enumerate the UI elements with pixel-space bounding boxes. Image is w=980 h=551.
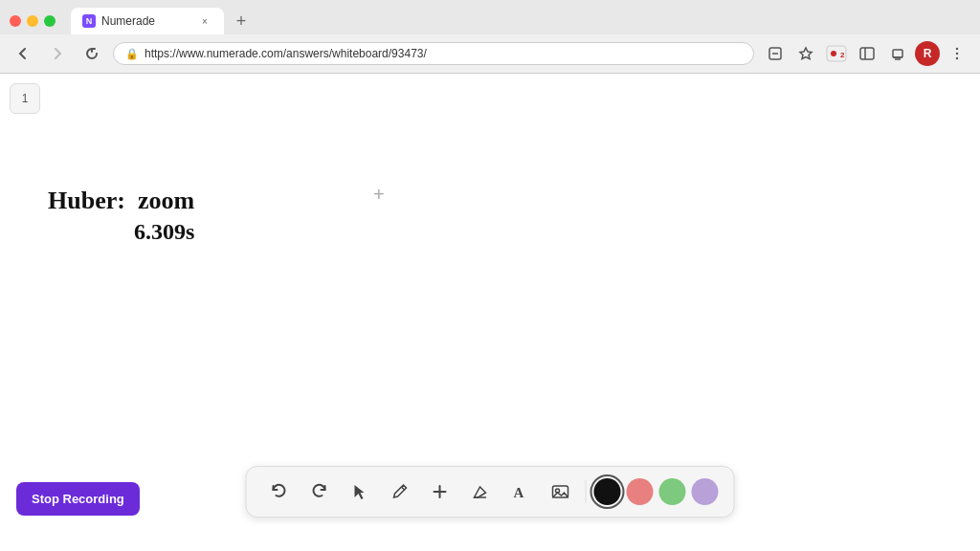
- menu-button[interactable]: [944, 40, 970, 67]
- canvas-add-icon[interactable]: +: [373, 184, 385, 206]
- address-bar[interactable]: 🔒 https://www.numerade.com/answers/white…: [113, 42, 754, 65]
- title-bar: N Numerade × +: [0, 0, 980, 34]
- tab-favicon: N: [82, 14, 96, 28]
- tabs-bar: N Numerade × +: [71, 8, 255, 34]
- tab-title: Numerade: [101, 14, 155, 28]
- maximize-window-button[interactable]: [44, 15, 56, 27]
- forward-button[interactable]: [44, 40, 71, 67]
- color-black-button[interactable]: [594, 478, 621, 505]
- svg-rect-6: [860, 48, 874, 59]
- star-button[interactable]: [792, 40, 819, 67]
- color-green-button[interactable]: [659, 478, 686, 505]
- active-tab[interactable]: N Numerade ×: [71, 8, 224, 34]
- cast-button[interactable]: [884, 40, 911, 67]
- color-lavender-button[interactable]: [692, 478, 719, 505]
- browser-chrome: N Numerade × + 🔒 https://www.numerade.: [0, 0, 980, 74]
- svg-point-11: [956, 48, 958, 50]
- undo-button[interactable]: [262, 474, 297, 509]
- sidebar-button[interactable]: [854, 40, 880, 67]
- profile-button[interactable]: R: [915, 41, 940, 66]
- bookmark-icon-button[interactable]: [762, 40, 789, 67]
- svg-rect-8: [893, 50, 902, 57]
- minimize-window-button[interactable]: [27, 15, 38, 27]
- drawing-toolbar: A: [246, 466, 735, 518]
- refresh-button[interactable]: [78, 40, 105, 67]
- text-tool-button[interactable]: A: [503, 474, 538, 509]
- handwriting-line1: Huber: zoom: [48, 187, 194, 215]
- svg-text:A: A: [514, 485, 524, 500]
- select-tool-button[interactable]: [343, 474, 377, 509]
- stop-recording-button[interactable]: Stop Recording: [16, 482, 140, 516]
- handwriting-line2: 6.309s: [48, 219, 194, 245]
- nav-bar: 🔒 https://www.numerade.com/answers/white…: [0, 34, 980, 73]
- svg-line-15: [402, 487, 405, 490]
- page-number-badge[interactable]: 1: [10, 83, 40, 114]
- toolbar-separator: [586, 480, 587, 503]
- svg-marker-14: [355, 485, 365, 499]
- svg-point-12: [956, 53, 958, 55]
- tab-close-button[interactable]: ×: [197, 13, 212, 29]
- eraser-tool-button[interactable]: [463, 474, 498, 509]
- pen-tool-button[interactable]: [383, 474, 417, 509]
- page-number: 1: [22, 92, 29, 105]
- color-salmon-button[interactable]: [627, 478, 654, 505]
- add-tool-button[interactable]: [423, 474, 457, 509]
- handwritten-content: Huber: zoom 6.309s: [48, 187, 194, 245]
- svg-marker-2: [800, 48, 812, 59]
- new-tab-button[interactable]: +: [228, 8, 255, 34]
- whiteboard-canvas[interactable]: 1 + Huber: zoom 6.309s Stop Recording: [0, 74, 980, 537]
- image-tool-button[interactable]: [544, 474, 578, 509]
- svg-point-13: [956, 57, 958, 59]
- nav-actions: 2 R: [762, 40, 970, 67]
- lock-icon: 🔒: [125, 48, 139, 60]
- window-controls: [10, 15, 56, 27]
- close-window-button[interactable]: [10, 15, 21, 27]
- redo-button[interactable]: [302, 474, 337, 509]
- svg-point-4: [831, 51, 836, 56]
- svg-text:2: 2: [840, 51, 845, 59]
- back-button[interactable]: [10, 40, 36, 67]
- account-icon-button[interactable]: 2: [823, 40, 850, 67]
- address-text: https://www.numerade.com/answers/whitebo…: [145, 47, 427, 60]
